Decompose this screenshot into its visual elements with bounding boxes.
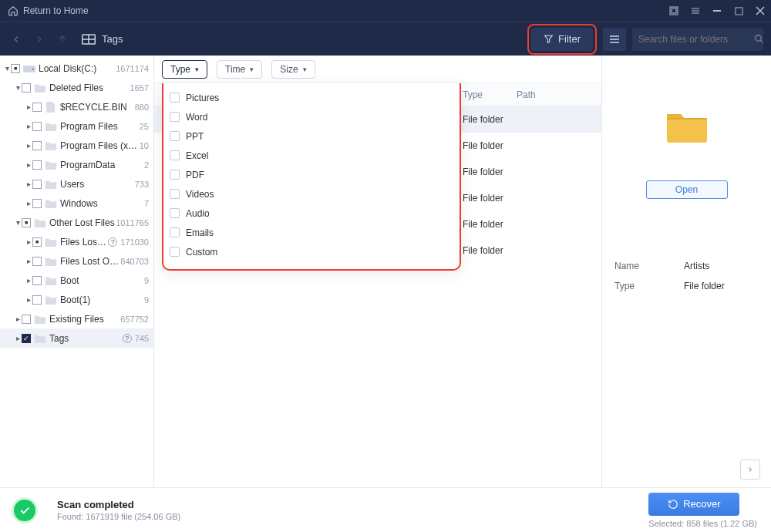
type-option[interactable]: Audio: [170, 204, 453, 223]
checkbox[interactable]: [170, 208, 180, 218]
tree-row[interactable]: ▸Existing Files657752: [0, 309, 153, 328]
checkbox[interactable]: [170, 93, 180, 103]
win-btn-1-icon[interactable]: [663, 0, 685, 22]
checkbox[interactable]: [11, 64, 20, 73]
back-button[interactable]: [8, 31, 25, 48]
checkbox[interactable]: [32, 257, 42, 266]
folder-icon: [34, 217, 46, 228]
filter-button[interactable]: Filter: [531, 28, 593, 51]
expander-icon[interactable]: ▸: [14, 334, 22, 342]
filter-pill-size[interactable]: Size▾: [271, 60, 315, 79]
expander-icon[interactable]: ▾: [3, 64, 11, 72]
recover-button[interactable]: Recover: [648, 493, 739, 516]
tree-row[interactable]: ▸Windows7: [0, 194, 153, 213]
tree-row[interactable]: ▸$RECYCLE.BIN880: [0, 97, 153, 116]
svg-point-8: [756, 35, 762, 42]
expander-icon[interactable]: ▸: [25, 180, 32, 188]
checkbox[interactable]: [32, 237, 42, 247]
expander-icon[interactable]: ▸: [25, 237, 32, 246]
folder-icon: [23, 63, 35, 74]
expander-icon[interactable]: ▸: [25, 199, 32, 207]
maximize-icon[interactable]: [728, 0, 749, 22]
checkbox[interactable]: ✓: [22, 334, 31, 343]
col-path[interactable]: Path: [517, 89, 601, 100]
search-box[interactable]: [632, 28, 763, 51]
win-btn-2-icon[interactable]: [685, 0, 706, 22]
checkbox[interactable]: [22, 315, 31, 324]
minimize-icon[interactable]: [706, 0, 728, 22]
expander-icon[interactable]: ▸: [25, 276, 32, 285]
cell-type: File folder: [463, 219, 517, 230]
tree-row[interactable]: ▸Users733: [0, 174, 153, 194]
type-dropdown[interactable]: PicturesWordPPTExcelPDFVideosAudioEmails…: [162, 83, 461, 271]
checkbox[interactable]: [32, 141, 42, 150]
expander-icon[interactable]: ▸: [25, 103, 32, 111]
tree-row[interactable]: ▾Local Disk(C:)1671174: [0, 59, 153, 78]
option-label: Custom: [186, 247, 217, 258]
up-button[interactable]: [54, 31, 71, 48]
view-mode-button[interactable]: [603, 28, 626, 51]
help-icon[interactable]: ?: [123, 334, 132, 343]
tree-row[interactable]: ▸ProgramData2: [0, 155, 153, 174]
expander-icon[interactable]: ▸: [25, 141, 32, 150]
checkbox[interactable]: [32, 160, 42, 170]
type-option[interactable]: Excel: [170, 146, 453, 165]
tree-row[interactable]: ▸Files Lost Origi...?171030: [0, 232, 153, 251]
checkbox[interactable]: [170, 189, 180, 199]
checkbox[interactable]: [170, 247, 180, 257]
checkbox[interactable]: [32, 199, 42, 208]
col-type[interactable]: Type: [463, 89, 517, 100]
tree-row[interactable]: ▸Files Lost Original ...840703: [0, 251, 153, 271]
filter-callout: Filter: [527, 24, 597, 55]
tree-row[interactable]: ▸Program Files25: [0, 116, 153, 136]
expander-icon[interactable]: ▸: [25, 295, 32, 304]
expander-icon[interactable]: ▸: [25, 257, 32, 265]
checkbox[interactable]: [170, 170, 180, 180]
filter-pill-time[interactable]: Time▾: [217, 60, 262, 79]
tree-label: Tags: [49, 333, 121, 344]
checkbox[interactable]: [32, 122, 42, 131]
type-option[interactable]: Pictures: [170, 88, 453, 107]
tree-row[interactable]: ▸Program Files (x86)10: [0, 136, 153, 155]
checkbox[interactable]: [22, 218, 31, 227]
cell-type: File folder: [463, 140, 517, 151]
expander-icon[interactable]: ▸: [25, 160, 32, 169]
checkbox[interactable]: [170, 112, 180, 122]
return-home[interactable]: Return to Home: [0, 5, 96, 16]
expander-icon[interactable]: ▾: [14, 83, 22, 92]
filter-bar: Type▾Time▾Size▾: [154, 56, 601, 83]
tree-row[interactable]: ▸✓Tags?745: [0, 328, 153, 348]
forward-button[interactable]: [31, 31, 48, 48]
close-icon[interactable]: [749, 0, 771, 22]
checkbox[interactable]: [32, 276, 42, 285]
checkbox[interactable]: [170, 150, 180, 160]
checkbox[interactable]: [170, 227, 180, 237]
checkbox[interactable]: [22, 83, 31, 93]
tree-row[interactable]: ▸Boot9: [0, 271, 153, 290]
tree-row[interactable]: ▸Boot(1)9: [0, 290, 153, 309]
expander-icon[interactable]: ▸: [14, 315, 22, 323]
checkbox[interactable]: [32, 180, 42, 189]
type-option[interactable]: Word: [170, 107, 453, 126]
checkbox[interactable]: [170, 131, 180, 141]
expander-icon[interactable]: ▾: [14, 218, 22, 227]
type-option[interactable]: Emails: [170, 223, 453, 242]
open-button[interactable]: Open: [646, 180, 728, 199]
type-option[interactable]: PPT: [170, 126, 453, 146]
type-option[interactable]: Custom: [170, 242, 453, 261]
type-option[interactable]: PDF: [170, 165, 453, 184]
search-icon[interactable]: [754, 34, 764, 44]
checkbox[interactable]: [32, 295, 42, 305]
search-input[interactable]: [638, 34, 754, 45]
expander-icon[interactable]: ▸: [25, 122, 32, 130]
help-icon[interactable]: ?: [108, 237, 117, 247]
sidebar-tree[interactable]: ▾Local Disk(C:)1671174▾Deleted Files1657…: [0, 56, 154, 487]
type-option[interactable]: Videos: [170, 184, 453, 204]
next-page-button[interactable]: [740, 460, 760, 480]
tree-row[interactable]: ▾Deleted Files1657: [0, 78, 153, 97]
checkbox[interactable]: [32, 103, 42, 112]
tree-label: Program Files (x86): [60, 140, 140, 151]
location-bar[interactable]: Tags: [82, 33, 123, 45]
filter-pill-type[interactable]: Type▾: [162, 60, 207, 79]
tree-row[interactable]: ▾Other Lost Files1011765: [0, 213, 153, 232]
